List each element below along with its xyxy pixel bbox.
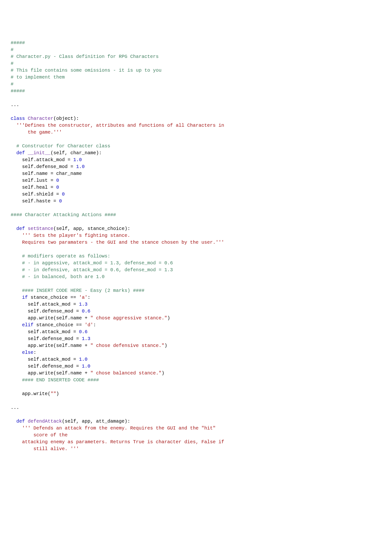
code-line bbox=[11, 246, 381, 253]
code-token bbox=[11, 150, 16, 156]
code-token: "" bbox=[50, 391, 56, 396]
code-line bbox=[11, 218, 381, 225]
code-line: # bbox=[11, 46, 381, 53]
code-token: app.write(self.name + bbox=[11, 343, 90, 348]
code-token bbox=[11, 439, 22, 445]
code-line: Requires two paramaters - the GUI and th… bbox=[11, 239, 381, 246]
code-line bbox=[11, 397, 381, 404]
code-token: '''Defines the constructor, attributes a… bbox=[16, 123, 224, 128]
code-token: ... bbox=[11, 102, 19, 108]
code-token: stance_choice == bbox=[28, 295, 79, 300]
code-token: app.write(self.name + bbox=[11, 370, 90, 376]
code-token: 1.0 bbox=[79, 357, 87, 362]
code-token: ##### bbox=[11, 40, 25, 45]
code-token: ''' Defends an attack from the enemy. Re… bbox=[22, 425, 216, 431]
code-listing: ####### Character.py - Class definition … bbox=[11, 39, 381, 452]
code-token: 0.6 bbox=[82, 308, 90, 314]
code-token: : bbox=[93, 322, 96, 328]
code-token: 0.6 bbox=[79, 329, 87, 335]
code-line bbox=[11, 108, 381, 115]
code-token: 1.0 bbox=[82, 364, 90, 369]
code-line: # to implement them bbox=[11, 74, 381, 81]
code-line: ''' Sets the player's fighting stance. bbox=[11, 232, 381, 239]
code-token: " chose defensive stance." bbox=[90, 343, 164, 348]
code-token bbox=[11, 274, 22, 279]
code-token: self.haste = bbox=[11, 198, 59, 204]
code-line bbox=[11, 280, 381, 287]
code-line: # - in defensive, attack_mod = 0.6, defe… bbox=[11, 266, 381, 273]
code-token: self.defense_mod = bbox=[11, 364, 82, 369]
code-token bbox=[11, 425, 22, 431]
code-token bbox=[11, 432, 33, 438]
code-token: # bbox=[11, 47, 14, 52]
code-token: the game.''' bbox=[28, 130, 62, 135]
code-line: # modifiers operate as follows: bbox=[11, 253, 381, 260]
code-token: elif bbox=[22, 322, 33, 328]
code-token bbox=[11, 322, 22, 328]
code-token: ) bbox=[164, 343, 167, 348]
code-token: 1.3 bbox=[79, 302, 87, 307]
code-line: # bbox=[11, 60, 381, 67]
code-token: 0 bbox=[56, 178, 59, 183]
code-token: self.attack_mod = bbox=[11, 302, 79, 307]
code-token: def bbox=[16, 226, 25, 231]
code-line: self.heal = 0 bbox=[11, 184, 381, 191]
code-token: #### END INSERTED CODE #### bbox=[22, 377, 99, 383]
code-token: still alive. ''' bbox=[33, 446, 79, 452]
code-line: app.write(self.name + " chose aggressive… bbox=[11, 315, 381, 321]
code-line: the game.''' bbox=[11, 129, 381, 136]
code-line bbox=[11, 204, 381, 212]
code-token: # bbox=[11, 81, 14, 87]
code-line: # This file contains some omissions - it… bbox=[11, 67, 381, 74]
code-token bbox=[11, 295, 22, 300]
code-line: ''' Defends an attack from the enemy. Re… bbox=[11, 425, 381, 432]
code-line: # - in balanced, both are 1.0 bbox=[11, 273, 381, 280]
code-token: #### INSERT CODE HERE - Easy (2 marks) #… bbox=[22, 288, 144, 293]
code-token: Character bbox=[28, 116, 53, 121]
code-line bbox=[11, 411, 381, 418]
code-line: self.haste = 0 bbox=[11, 198, 381, 204]
code-token bbox=[11, 226, 16, 231]
code-line: self.shield = 0 bbox=[11, 191, 381, 198]
code-line: # bbox=[11, 81, 381, 88]
code-token: : bbox=[87, 295, 90, 300]
code-token: " chose balanced stance." bbox=[90, 370, 162, 376]
code-token: 0 bbox=[62, 191, 65, 197]
code-line bbox=[11, 136, 381, 143]
code-token: self.lust = bbox=[11, 178, 56, 183]
code-token bbox=[11, 267, 22, 273]
code-token: app.write( bbox=[11, 391, 50, 396]
code-token bbox=[11, 233, 22, 238]
code-line: ... bbox=[11, 101, 381, 108]
code-line: if stance_choice == 'a': bbox=[11, 294, 381, 301]
code-token bbox=[25, 116, 28, 121]
code-token bbox=[25, 150, 28, 156]
code-token: setStance bbox=[28, 226, 53, 231]
code-token: 1.0 bbox=[76, 164, 85, 169]
code-token: def bbox=[16, 419, 25, 424]
code-token: self.defense_mod = bbox=[11, 164, 76, 169]
code-token bbox=[11, 350, 22, 355]
code-line: def __init__(self, char_name): bbox=[11, 149, 381, 156]
code-token bbox=[11, 377, 22, 383]
code-token: 'a' bbox=[79, 295, 87, 300]
code-token: ##### bbox=[11, 88, 25, 94]
code-token: __init__ bbox=[28, 150, 50, 156]
code-line: self.attack_mod = 1.0 bbox=[11, 356, 381, 363]
code-token bbox=[11, 446, 33, 452]
code-line: still alive. ''' bbox=[11, 445, 381, 452]
code-token: self.shield = bbox=[11, 191, 62, 197]
code-token: 1.3 bbox=[82, 336, 90, 342]
code-token: ) bbox=[167, 315, 170, 321]
code-line: self.lust = 0 bbox=[11, 177, 381, 184]
code-token: # - in balanced, both are 1.0 bbox=[22, 274, 105, 279]
code-line: self.defense_mod = 1.0 bbox=[11, 363, 381, 370]
code-line bbox=[11, 383, 381, 390]
code-token: : bbox=[33, 350, 36, 355]
code-line: self.attack_mod = 1.3 bbox=[11, 301, 381, 308]
code-token: self.name = char_name bbox=[11, 171, 82, 176]
code-line: self.attack_mod = 1.0 bbox=[11, 156, 381, 163]
code-token: app.write(self.name + bbox=[11, 315, 90, 321]
code-token: if bbox=[22, 295, 28, 300]
code-token: # Constructor for Character class bbox=[16, 143, 110, 149]
